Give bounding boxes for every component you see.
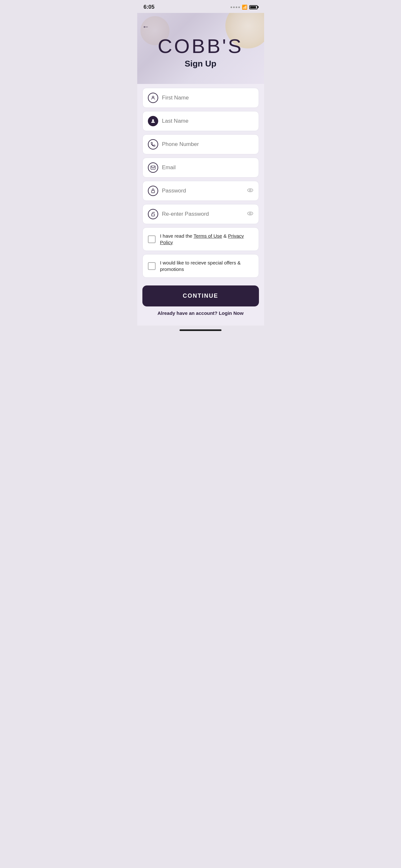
reenter-password-toggle-icon[interactable] [247,210,253,218]
lock-icon [148,186,158,196]
status-time: 6:05 [144,4,155,10]
brand-title: COBB'S [158,35,243,58]
form-area: I have read the Terms of Use & Privacy P… [137,84,264,326]
svg-rect-6 [151,214,154,216]
email-icon [148,162,158,173]
svg-point-0 [152,96,154,98]
promotions-label: I would like to recieve special offers &… [160,259,253,272]
email-input[interactable] [162,164,253,171]
page-title: Sign Up [185,59,216,69]
terms-checkbox[interactable] [148,236,156,243]
svg-point-4 [247,189,253,192]
terms-checkbox-row: I have read the Terms of Use & Privacy P… [143,227,259,251]
phone-input[interactable] [162,141,253,148]
login-prompt: Already have an account? Login Now [143,310,259,316]
terms-label: I have read the Terms of Use & Privacy P… [160,233,253,245]
password-toggle-icon[interactable] [247,187,253,195]
promotions-checkbox[interactable] [148,262,156,270]
wifi-icon: 📶 [242,4,247,10]
promotions-checkbox-row: I would like to recieve special offers &… [143,254,259,278]
login-prompt-text: Already have an account? [158,310,218,316]
login-now-link[interactable]: Login Now [219,310,244,316]
svg-rect-3 [151,190,154,193]
home-bar [180,330,221,331]
email-field-row [143,158,259,178]
svg-point-8 [249,213,251,214]
reenter-password-input[interactable] [162,211,247,217]
battery-fill [250,6,256,8]
person-icon [148,93,158,103]
battery-icon [249,5,258,9]
last-name-input[interactable] [162,118,253,124]
signal-dots-icon [230,6,240,8]
continue-button[interactable]: CONTINUE [143,285,259,306]
last-name-field-row [143,111,259,131]
person-filled-icon [148,116,158,126]
hero-section: COBB'S Sign Up [137,13,264,84]
password-field-row [143,181,259,201]
reenter-password-field-row [143,204,259,224]
status-icons: 📶 [230,4,258,10]
svg-point-7 [247,212,253,215]
lock-refresh-icon [148,209,158,219]
back-button[interactable]: ← [143,23,150,31]
first-name-input[interactable] [162,95,253,101]
svg-rect-2 [151,166,155,169]
status-bar: 6:05 📶 [137,0,264,13]
phone-field-row [143,134,259,154]
svg-point-1 [152,120,154,121]
password-input[interactable] [162,188,247,194]
terms-of-use-link[interactable]: Terms of Use [193,233,222,239]
svg-point-5 [249,189,251,191]
home-indicator [137,326,264,334]
phone-icon [148,139,158,150]
first-name-field-row [143,88,259,108]
